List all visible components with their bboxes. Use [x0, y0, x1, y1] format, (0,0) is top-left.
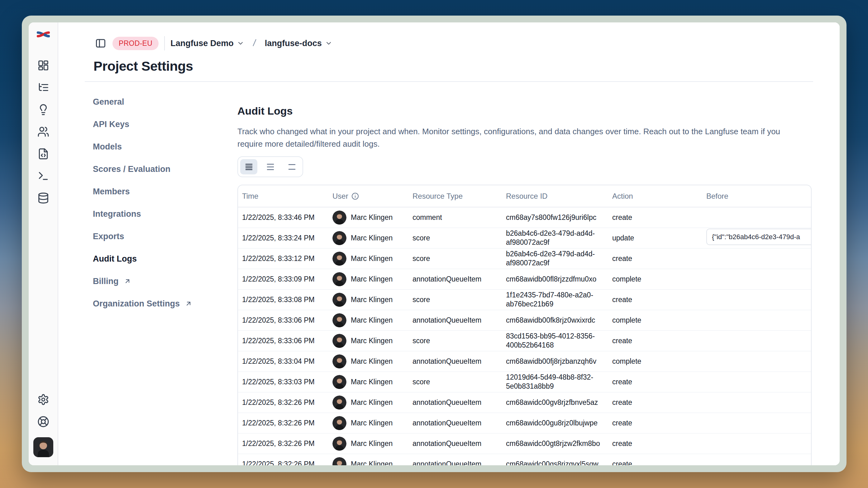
user-avatar[interactable] [33, 437, 53, 457]
nav-item-organization-settings[interactable]: Organization Settings [85, 292, 228, 315]
nav-item-scores-evaluation[interactable]: Scores / Evaluation [85, 158, 228, 180]
nav-item-label: Models [93, 142, 122, 152]
external-link-icon [124, 278, 131, 285]
nav-item-billing[interactable]: Billing [85, 270, 228, 292]
nav-item-models[interactable]: Models [85, 135, 228, 158]
cell-time: 1/22/2025, 8:33:06 PM [238, 330, 329, 351]
user-avatar [333, 313, 346, 327]
cell-action: create [608, 207, 702, 228]
audit-log-row: 1/22/2025, 8:33:24 PMMarc Klingenscoreb2… [238, 228, 812, 248]
user-name: Marc Klingen [351, 295, 393, 304]
users-icon[interactable] [36, 125, 50, 138]
column-header-user: User [329, 185, 408, 207]
nav-item-label: API Keys [93, 120, 129, 129]
dashboard-icon[interactable] [36, 59, 50, 72]
user-name: Marc Klingen [351, 213, 393, 222]
chevron-down-icon [325, 39, 333, 47]
cell-resource-id: 1f1e2435-7bd7-480e-a2a0-ab76bec21b69 [502, 289, 608, 310]
nav-item-label: Organization Settings [93, 299, 180, 308]
cell-before [702, 433, 812, 454]
cell-time: 1/22/2025, 8:32:26 PM [238, 413, 329, 433]
user-avatar [333, 272, 346, 286]
cell-time: 1/22/2025, 8:33:04 PM [238, 351, 329, 371]
cell-user: Marc Klingen [329, 371, 408, 392]
app-window: PROD-EU Langfuse Demo langfuse-docs Proj… [22, 15, 846, 472]
sidebar-toggle-button[interactable] [94, 37, 107, 50]
langfuse-logo[interactable] [36, 30, 51, 39]
row-height-small-button[interactable] [240, 159, 257, 174]
user-name: Marc Klingen [351, 275, 393, 284]
cell-resource-id: cm68awidc00gv8rjzfbnve5az [502, 392, 608, 413]
cell-before [702, 330, 812, 351]
cell-user: Marc Klingen [329, 351, 408, 371]
row-height-medium-button[interactable] [262, 159, 279, 174]
nav-item-label: General [93, 97, 124, 107]
audit-log-row: 1/22/2025, 8:32:26 PMMarc Klingenannotat… [238, 454, 812, 465]
project-selector[interactable]: langfuse-docs [265, 39, 333, 48]
cell-action: update [608, 228, 702, 248]
cell-resource-type: score [408, 248, 502, 269]
user-avatar [333, 334, 346, 348]
cell-resource-type: annotationQueueItem [408, 413, 502, 433]
cell-resource-type: annotationQueueItem [408, 351, 502, 371]
main-content: PROD-EU Langfuse Demo langfuse-docs Proj… [58, 23, 840, 465]
cell-time: 1/22/2025, 8:33:46 PM [238, 207, 329, 228]
audit-log-row: 1/22/2025, 8:33:09 PMMarc Klingenannotat… [238, 269, 812, 289]
table-header-row: TimeUserResource TypeResource IDActionBe… [238, 185, 812, 207]
nav-item-label: Exports [93, 232, 124, 241]
cell-resource-id: cm68ay7s800fw126j9uri6lpc [502, 207, 608, 228]
column-header-action: Action [608, 185, 702, 207]
cell-user: Marc Klingen [329, 433, 408, 454]
cell-resource-id: cm68awidc00gt8rjzw2fkm8bo [502, 433, 608, 454]
cell-action: create [608, 289, 702, 310]
before-json-box[interactable]: {"id":"b26ab4c6-d2e3-479d-a [706, 229, 812, 245]
cell-user: Marc Klingen [329, 454, 408, 465]
cell-resource-id: 83cd1563-bb95-4012-8356-400b52b64168 [502, 330, 608, 351]
user-name: Marc Klingen [351, 419, 393, 428]
cell-before [702, 371, 812, 392]
user-name: Marc Klingen [351, 316, 393, 325]
nav-item-audit-logs[interactable]: Audit Logs [85, 248, 228, 270]
playground-icon[interactable] [36, 169, 50, 183]
row-height-large-button[interactable] [283, 159, 300, 174]
datasets-icon[interactable] [36, 147, 50, 161]
user-name: Marc Klingen [351, 439, 393, 448]
nav-item-integrations[interactable]: Integrations [85, 203, 228, 225]
cell-resource-type: score [408, 228, 502, 248]
database-icon[interactable] [36, 191, 50, 205]
nav-item-api-keys[interactable]: API Keys [85, 113, 228, 135]
audit-log-row: 1/22/2025, 8:33:04 PMMarc Klingenannotat… [238, 351, 812, 371]
nav-item-members[interactable]: Members [85, 180, 228, 203]
cell-action: create [608, 371, 702, 392]
nav-item-general[interactable]: General [85, 91, 228, 113]
support-icon[interactable] [36, 415, 50, 428]
header-divider [85, 81, 813, 82]
prompts-icon[interactable] [36, 103, 50, 117]
settings-icon[interactable] [36, 393, 50, 406]
cell-time: 1/22/2025, 8:32:26 PM [238, 433, 329, 454]
cell-action: create [608, 392, 702, 413]
cell-action: create [608, 454, 702, 465]
cell-before [702, 269, 812, 289]
tracing-icon[interactable] [36, 80, 50, 94]
cell-resource-type: annotationQueueItem [408, 392, 502, 413]
user-name: Marc Klingen [351, 378, 393, 387]
cell-user: Marc Klingen [329, 330, 408, 351]
cell-user: Marc Klingen [329, 228, 408, 248]
cell-resource-type: annotationQueueItem [408, 433, 502, 454]
cell-time: 1/22/2025, 8:33:12 PM [238, 248, 329, 269]
user-avatar [333, 375, 346, 389]
column-header-resource-id: Resource ID [502, 185, 608, 207]
cell-resource-id: cm68awidb00fk8rjz0wxixrdc [502, 310, 608, 330]
user-name: Marc Klingen [351, 398, 393, 407]
row-height-toggle [238, 156, 303, 177]
audit-log-table: TimeUserResource TypeResource IDActionBe… [238, 185, 812, 465]
cell-action: complete [608, 351, 702, 371]
info-icon [351, 192, 359, 200]
nav-item-exports[interactable]: Exports [85, 225, 228, 248]
section-heading: Audit Logs [238, 104, 812, 118]
user-name: Marc Klingen [351, 357, 393, 366]
environment-badge: PROD-EU [113, 37, 159, 50]
cell-resource-type: annotationQueueItem [408, 310, 502, 330]
org-selector[interactable]: Langfuse Demo [170, 39, 244, 48]
